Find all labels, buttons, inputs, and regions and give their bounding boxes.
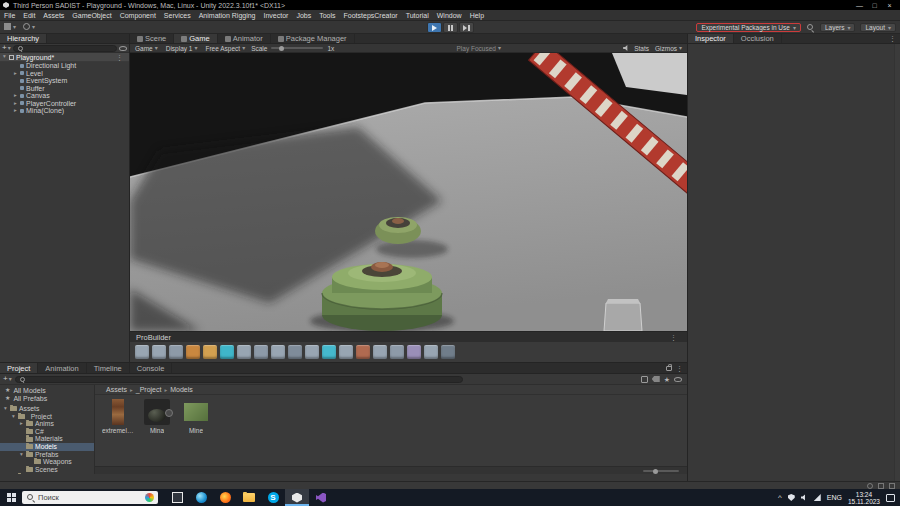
- windows-search-box[interactable]: [22, 491, 158, 504]
- uv-editor-icon[interactable]: [220, 345, 234, 359]
- file-explorer-icon[interactable]: [237, 489, 261, 506]
- stats-button[interactable]: Stats: [634, 45, 649, 52]
- task-view-icon[interactable]: [165, 489, 189, 506]
- menu-item[interactable]: File: [0, 10, 19, 21]
- tab-timeline[interactable]: Timeline: [87, 363, 130, 373]
- project-search-field[interactable]: [15, 376, 463, 383]
- tab-inspector[interactable]: Inspector: [688, 34, 734, 43]
- hidden-icons-chevron[interactable]: ^: [778, 494, 782, 502]
- tab-animation[interactable]: Animation: [38, 363, 86, 373]
- hierarchy-search-input[interactable]: [25, 45, 113, 52]
- hierarchy-item[interactable]: EventSystem: [0, 77, 129, 85]
- inspector-scrollbar[interactable]: [894, 44, 900, 481]
- play-button[interactable]: [427, 22, 442, 33]
- menu-item[interactable]: Component: [116, 10, 160, 21]
- menu-item[interactable]: Services: [160, 10, 195, 21]
- hierarchy-item[interactable]: ▸ Level: [0, 70, 129, 78]
- project-folder-row[interactable]: ▾ _Project: [0, 413, 94, 421]
- menu-item[interactable]: Edit: [19, 10, 39, 21]
- shift-modifier-icon[interactable]: [305, 345, 319, 359]
- unity-taskbar-icon[interactable]: [285, 489, 309, 506]
- handle-orientation-icon[interactable]: [288, 345, 302, 359]
- create-asset-button[interactable]: + ▾: [3, 375, 12, 383]
- hierarchy-item[interactable]: ▸ Mina(Clone): [0, 107, 129, 115]
- breadcrumb-item[interactable]: Assets: [100, 386, 127, 393]
- menu-item[interactable]: Window: [433, 10, 466, 21]
- menu-item[interactable]: Help: [466, 10, 488, 21]
- asset-item[interactable]: extremely...: [102, 399, 134, 434]
- tab-console[interactable]: Console: [130, 363, 173, 373]
- invert-selection-icon[interactable]: [373, 345, 387, 359]
- search-icon[interactable]: [806, 23, 815, 32]
- visual-studio-icon[interactable]: [309, 489, 333, 506]
- lock-icon[interactable]: [666, 366, 672, 371]
- hierarchy-item[interactable]: Directional Light: [0, 62, 129, 70]
- menu-item[interactable]: Tutorial: [402, 10, 433, 21]
- scene-options-icon[interactable]: ⋮: [112, 54, 127, 61]
- hidden-packages-icon[interactable]: [674, 377, 682, 382]
- project-folder-row[interactable]: ▸ Anims: [0, 420, 94, 428]
- tab-hierarchy[interactable]: Hierarchy: [0, 34, 47, 43]
- zoom-slider-handle[interactable]: [653, 469, 658, 474]
- project-folder-row[interactable]: Scenes: [0, 466, 94, 474]
- project-menu-icon[interactable]: ⋮: [676, 365, 683, 372]
- pause-button[interactable]: [443, 22, 458, 33]
- layout-dropdown[interactable]: Layout ▾: [860, 23, 896, 32]
- asset-item[interactable]: Mina: [141, 399, 173, 434]
- breadcrumb-item[interactable]: ▸ _Project: [127, 386, 161, 393]
- probuilderize-icon[interactable]: [254, 345, 268, 359]
- tab-occlusion[interactable]: Occlusion: [734, 34, 782, 43]
- hierarchy-item[interactable]: ▸ Canvas: [0, 92, 129, 100]
- project-search-input[interactable]: [27, 376, 459, 383]
- material-editor-icon[interactable]: [203, 345, 217, 359]
- extrude-faces-icon[interactable]: [390, 345, 404, 359]
- status-cache-icon[interactable]: [878, 483, 884, 489]
- mute-audio-icon[interactable]: [623, 45, 630, 52]
- menu-item[interactable]: Jobs: [292, 10, 315, 21]
- hierarchy-item[interactable]: Buffer: [0, 85, 129, 93]
- taskbar-clock[interactable]: 13:24 15.11.2023: [848, 491, 880, 505]
- probuilder-menu-icon[interactable]: ⋮: [666, 334, 681, 341]
- gizmos-dropdown[interactable]: Gizmos▾: [653, 45, 684, 52]
- thumbnail-zoom-slider[interactable]: [643, 470, 679, 472]
- favorite-search-item[interactable]: ★ All Models: [0, 386, 94, 394]
- menu-item[interactable]: GameObject: [68, 10, 115, 21]
- grow-selection-icon[interactable]: [339, 345, 353, 359]
- status-progress-icon[interactable]: [867, 483, 873, 489]
- select-hidden-icon[interactable]: [271, 345, 285, 359]
- project-folder-row[interactable]: C#: [0, 428, 94, 436]
- hierarchy-item[interactable]: ▸ PlayerController: [0, 100, 129, 108]
- menu-item[interactable]: Assets: [39, 10, 68, 21]
- step-button[interactable]: [459, 22, 474, 33]
- account-dropdown[interactable]: ▾: [23, 23, 35, 30]
- project-folder-row[interactable]: ▾ Prefabs: [0, 451, 94, 459]
- hierarchy-search-field[interactable]: [13, 45, 117, 52]
- skype-icon[interactable]: [261, 489, 285, 506]
- network-icon[interactable]: [814, 494, 821, 501]
- shrink-selection-icon[interactable]: [356, 345, 370, 359]
- play-focused-dropdown[interactable]: Play Focused▾: [455, 45, 503, 52]
- subdivide-object-icon[interactable]: [424, 345, 438, 359]
- flip-normals-icon[interactable]: [407, 345, 421, 359]
- create-object-button[interactable]: + ▾: [2, 44, 11, 52]
- project-folder-row[interactable]: _TerrainAutoUpgrade: [0, 473, 94, 474]
- menu-item[interactable]: Animation Rigging: [195, 10, 260, 21]
- search-by-type-icon[interactable]: [641, 376, 648, 383]
- select-by-material-icon[interactable]: [322, 345, 336, 359]
- menu-item[interactable]: Tools: [315, 10, 339, 21]
- asset-item[interactable]: Mine: [180, 399, 212, 434]
- new-poly-shape-icon[interactable]: [152, 345, 166, 359]
- scale-slider-handle[interactable]: [279, 46, 284, 51]
- mirror-objects-icon[interactable]: [237, 345, 251, 359]
- experimental-packages-dropdown[interactable]: Experimental Packages in Use ▾: [696, 23, 801, 32]
- menu-item[interactable]: Invector: [260, 10, 293, 21]
- smoothing-groups-icon[interactable]: [169, 345, 183, 359]
- defender-icon[interactable]: [788, 494, 795, 501]
- status-console-icon[interactable]: [889, 483, 895, 489]
- inspector-menu-icon[interactable]: ⋮: [885, 34, 900, 43]
- project-folder-row[interactable]: ▾ Assets: [0, 405, 94, 413]
- project-folder-row[interactable]: Models: [0, 443, 94, 451]
- edge-browser-icon[interactable]: [189, 489, 213, 506]
- game-viewport[interactable]: [130, 53, 687, 331]
- game-view-mode-dropdown[interactable]: Game▾: [133, 45, 160, 52]
